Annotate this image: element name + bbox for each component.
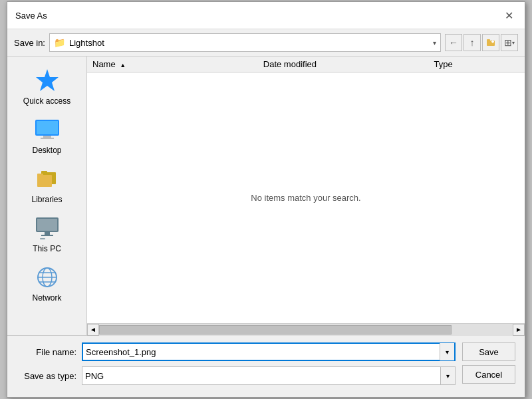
filetype-dropdown-wrap[interactable]: PNG ▾ [82, 366, 456, 385]
quick-access-icon-wrap [31, 67, 63, 94]
bottom-area: File name: ▾ Save as type: PNG ▾ [7, 335, 525, 397]
libraries-icon-wrap [31, 166, 63, 192]
sidebar-item-label-quick-access: Quick access [23, 96, 70, 106]
svg-rect-1 [487, 39, 490, 41]
filetype-dropdown-button[interactable]: ▾ [440, 367, 455, 384]
column-name[interactable]: Name ▲ [92, 59, 263, 69]
views-icon: ⊞ [504, 37, 512, 48]
scroll-track[interactable] [99, 324, 513, 336]
views-button[interactable]: ⊞ ▾ [501, 34, 518, 51]
new-folder-icon [486, 38, 495, 47]
form-rows: File name: ▾ Save as type: PNG ▾ [17, 342, 456, 390]
filetype-label: Save as type: [17, 371, 76, 381]
folder-arrow-button[interactable] [482, 34, 499, 51]
scroll-left-button[interactable]: ◄ [87, 324, 99, 336]
svg-rect-14 [37, 219, 57, 231]
filename-dropdown-arrow-icon: ▾ [446, 348, 449, 356]
desktop-icon [34, 118, 61, 141]
folder-icon: 📁 [54, 37, 65, 48]
svg-rect-8 [41, 138, 54, 139]
save-as-dialog: Save As ✕ Save in: 📁 Lightshot ▾ ← ↑ ⊞ [7, 1, 525, 398]
sidebar-item-label-this-pc: This PC [33, 244, 61, 253]
svg-rect-3 [492, 41, 493, 43]
toolbar-row: Save in: 📁 Lightshot ▾ ← ↑ ⊞ ▾ [7, 29, 525, 56]
sidebar-item-quick-access[interactable]: Quick access [7, 63, 86, 110]
filetype-row: Save as type: PNG ▾ [17, 366, 456, 385]
cancel-button[interactable]: Cancel [462, 365, 515, 384]
scroll-thumb[interactable] [99, 325, 452, 334]
file-area: Name ▲ Date modified Type No items match… [87, 57, 525, 335]
svg-rect-10 [41, 171, 47, 174]
title-bar: Save As ✕ [7, 2, 525, 29]
dialog-title: Save As [15, 11, 47, 21]
save-in-label: Save in: [14, 38, 45, 48]
back-button[interactable]: ← [445, 34, 462, 51]
sidebar-item-label-libraries: Libraries [31, 195, 62, 204]
save-button[interactable]: Save [462, 342, 515, 361]
up-button[interactable]: ↑ [464, 34, 481, 51]
close-button[interactable]: ✕ [501, 7, 517, 23]
svg-marker-4 [36, 69, 59, 91]
action-buttons: Save Cancel [462, 342, 515, 384]
svg-rect-11 [37, 175, 52, 187]
filename-label: File name: [17, 347, 76, 357]
sort-icon: ▲ [120, 62, 126, 68]
views-dropdown-icon: ▾ [512, 40, 515, 46]
horizontal-scrollbar[interactable]: ◄ ► [87, 323, 525, 335]
location-name: Lightshot [69, 38, 429, 48]
desktop-icon-wrap [31, 116, 63, 143]
svg-rect-12 [37, 174, 43, 176]
filename-dropdown-button[interactable]: ▾ [440, 343, 454, 360]
filename-input-wrap: ▾ [82, 342, 456, 361]
column-date: Date modified [263, 59, 434, 69]
sidebar-item-network[interactable]: Network [7, 260, 86, 307]
svg-rect-15 [45, 232, 50, 235]
filename-input[interactable] [83, 347, 440, 357]
sidebar-item-this-pc[interactable]: This PC [7, 211, 86, 257]
dropdown-arrow-icon: ▾ [433, 39, 436, 47]
sidebar-item-label-network: Network [32, 293, 61, 303]
filetype-dropdown-arrow-icon: ▾ [446, 372, 450, 380]
location-dropdown[interactable]: 📁 Lightshot ▾ [49, 33, 441, 52]
sidebar-item-label-desktop: Desktop [32, 146, 61, 155]
file-empty-message: No items match your search. [87, 72, 525, 323]
nav-buttons: ← ↑ ⊞ ▾ [445, 34, 518, 51]
filename-row: File name: ▾ [17, 342, 456, 361]
svg-rect-7 [43, 136, 51, 138]
scroll-right-button[interactable]: ► [513, 324, 525, 336]
filetype-value: PNG [82, 371, 440, 381]
quick-access-icon [34, 68, 61, 93]
sidebar-item-libraries[interactable]: Libraries [7, 162, 86, 208]
svg-rect-6 [37, 121, 58, 134]
svg-rect-17 [40, 238, 45, 239]
this-pc-icon-wrap [31, 215, 63, 241]
main-area: Quick access Desktop [7, 56, 525, 335]
file-list-header: Name ▲ Date modified Type [87, 57, 525, 72]
column-type: Type [434, 59, 519, 69]
svg-rect-16 [41, 235, 53, 236]
sidebar: Quick access Desktop [7, 57, 87, 335]
libraries-icon [33, 167, 61, 191]
sidebar-item-desktop[interactable]: Desktop [7, 112, 86, 159]
bottom-inner: File name: ▾ Save as type: PNG ▾ [17, 342, 515, 390]
this-pc-icon [33, 216, 61, 240]
network-icon [33, 265, 61, 289]
network-icon-wrap [31, 264, 63, 291]
